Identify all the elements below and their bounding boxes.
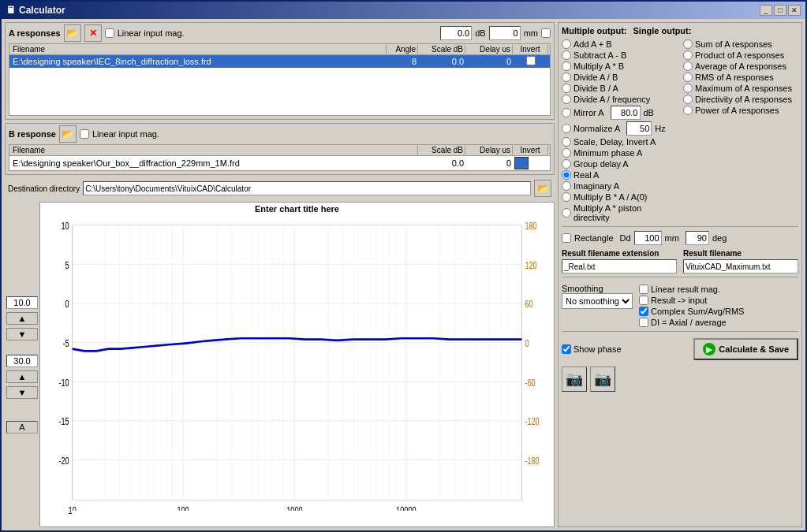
radio-add-a-b[interactable] <box>562 39 571 49</box>
right-panel: Multiple output: Single output: Add A + … <box>558 22 802 527</box>
radio-subtract-a-b[interactable] <box>562 50 571 60</box>
a-responses-open-button[interactable]: 📂 <box>64 24 81 42</box>
calculate-save-button[interactable]: ▶ Calculate & Save <box>693 338 798 360</box>
radio-min-phase[interactable] <box>562 148 571 158</box>
radio-imaginary-a[interactable] <box>562 181 571 191</box>
b-response-open-button[interactable]: 📂 <box>59 125 77 143</box>
y-scale-top: 10.0 <box>6 296 38 309</box>
destination-browse-button[interactable]: 📂 <box>534 180 551 197</box>
dd-value-input[interactable] <box>634 231 662 245</box>
b-row-filename: E:\designing speaker\Our_box__diffractio… <box>11 158 418 168</box>
radio-power-a[interactable] <box>683 106 693 115</box>
radio-multiply-a-b[interactable] <box>562 61 571 71</box>
a-invert-header-checkbox[interactable] <box>541 28 551 38</box>
chart-title[interactable]: Enter chart title here <box>40 203 554 215</box>
a-table-row[interactable]: E:\designing speaker\IEC_8inch_diffracti… <box>9 55 550 68</box>
b-invert-indicator <box>514 157 529 169</box>
mm-label: mm <box>524 28 538 38</box>
radio-average-a[interactable] <box>683 61 693 71</box>
b-linear-input-mag-checkbox[interactable] <box>80 129 89 139</box>
radio-mirror-a[interactable] <box>562 108 571 117</box>
radio-scale-delay[interactable] <box>562 137 571 147</box>
radio-maximum-a[interactable] <box>683 84 693 93</box>
a-table-header: Filename Angle Scale dB Delay us Invert <box>9 44 550 55</box>
single-opt-6: Power of A responses <box>683 105 798 116</box>
smoothing-select[interactable]: No smoothing 1/1 octave 1/3 octave 1/6 o… <box>562 293 633 309</box>
single-opt-3: RMS of A responses <box>683 72 798 83</box>
a-row-scale: 0.0 <box>418 57 465 66</box>
result-ext-input[interactable] <box>562 259 677 273</box>
output-headers: Multiple output: Single output: <box>562 26 798 37</box>
a-row-delay: 0 <box>465 57 513 66</box>
radio-sum-a[interactable] <box>683 39 693 49</box>
radio-divide-b-a[interactable] <box>562 84 571 93</box>
single-output-col: Sum of A responses Product of A response… <box>683 39 798 223</box>
deg-value-input[interactable] <box>686 231 709 245</box>
checkboxes-col: Linear result mag. Result -> input Compl… <box>639 284 744 328</box>
main-window: 🖩 Calculator _ □ ✕ A responses 📂 ✕ Linea <box>0 0 807 532</box>
db-value-input[interactable] <box>440 26 472 40</box>
svg-text:10: 10 <box>61 221 69 232</box>
y-scale-bottom-down-button[interactable]: ▼ <box>6 386 38 399</box>
result-filename-input[interactable] <box>683 259 798 273</box>
calculate-icon: ▶ <box>703 343 715 355</box>
destination-path-input[interactable] <box>83 181 531 195</box>
linear-result-checkbox[interactable] <box>639 285 648 294</box>
col-filename-header: Filename <box>11 45 387 54</box>
radio-divide-a-freq[interactable] <box>562 95 571 104</box>
single-opt-2: Average of A responses <box>683 61 798 72</box>
a-row-invert-checkbox[interactable] <box>526 56 536 65</box>
close-button[interactable]: ✕ <box>788 5 801 16</box>
a-responses-delete-button[interactable]: ✕ <box>84 24 102 42</box>
minimize-button[interactable]: _ <box>760 5 772 16</box>
radio-group-delay[interactable] <box>562 159 571 169</box>
single-opt-1: Product of A responses <box>683 50 798 61</box>
titlebar-controls: _ □ ✕ <box>760 5 801 16</box>
svg-text:180: 180 <box>525 221 536 232</box>
a-label: A <box>6 421 38 433</box>
chart-area: Enter chart title here <box>39 202 555 527</box>
svg-text:-10: -10 <box>58 377 69 388</box>
y-scale-up-button[interactable]: ▲ <box>6 312 38 325</box>
mm-value-input[interactable] <box>489 26 521 40</box>
show-phase-checkbox[interactable] <box>562 344 571 354</box>
camera-button-1[interactable]: 📷 <box>562 366 587 392</box>
maximize-button[interactable]: □ <box>774 5 786 16</box>
b-table-row[interactable]: E:\designing speaker\Our_box__diffractio… <box>9 156 550 170</box>
mirror-a-value[interactable] <box>611 106 641 120</box>
a-row-angle: 8 <box>387 57 418 66</box>
normalize-a-value[interactable] <box>626 121 652 136</box>
di-axial-checkbox[interactable] <box>639 318 648 327</box>
y-scale-bottom-up-button[interactable]: ▲ <box>6 370 38 383</box>
radio-real-a[interactable] <box>562 170 571 180</box>
main-content: A responses 📂 ✕ Linear input mag. dB mm <box>2 19 805 530</box>
camera-button-2[interactable]: 📷 <box>590 366 615 392</box>
multiple-opt-reala: Real A <box>562 169 677 180</box>
col-invert-header: Invert <box>513 45 548 54</box>
linear-input-mag-checkbox[interactable] <box>105 28 114 38</box>
b-row-invert <box>513 157 548 169</box>
result-input-checkbox[interactable] <box>639 296 648 305</box>
multiple-opt-multb: Multiply B * A / A(0) <box>562 192 677 203</box>
radio-divide-a-b[interactable] <box>562 73 571 82</box>
y-scale-down-button[interactable]: ▼ <box>6 328 38 340</box>
radio-product-a[interactable] <box>683 50 693 60</box>
rectangle-checkbox[interactable] <box>562 233 571 243</box>
chart-svg: 10 5 0 -5 -10 -15 -20 180 120 60 0 -60 <box>40 220 554 526</box>
radio-rms-a[interactable] <box>683 73 693 82</box>
result-ext-label: Result filename extension <box>562 249 677 258</box>
divider-2 <box>562 277 798 277</box>
radio-piston[interactable] <box>562 208 571 218</box>
single-opt-4: Maximum of A responses <box>683 83 798 94</box>
rectangle-row: Rectangle Dd mm deg <box>562 230 798 246</box>
cb-di-axial: DI = Axial / average <box>639 317 744 328</box>
multiple-opt-mirror: Mirror A dB <box>562 105 677 121</box>
radio-multiply-b[interactable] <box>562 192 571 202</box>
a-responses-title: A responses <box>9 28 61 38</box>
single-opt-5: Directivity of A responses <box>683 94 798 105</box>
result-ext-col: Result filename extension <box>562 249 677 273</box>
radio-normalize-a[interactable] <box>562 124 571 133</box>
show-phase-label: Show phase <box>562 344 622 354</box>
complex-sum-checkbox[interactable] <box>639 307 648 316</box>
radio-directivity-a[interactable] <box>683 95 693 104</box>
